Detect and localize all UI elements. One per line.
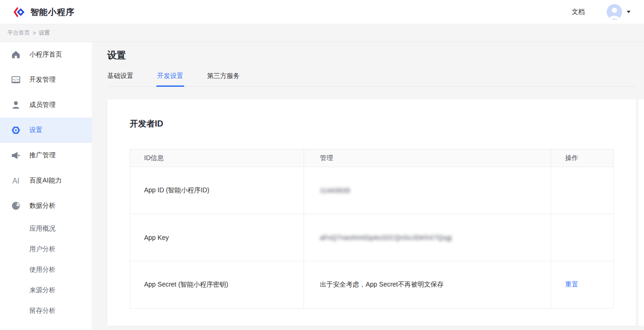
- tab-dev-settings[interactable]: 开发设置: [157, 72, 183, 86]
- card-heading: 开发者ID: [130, 118, 614, 129]
- sidebar-item-label: 小程序首页: [29, 50, 62, 59]
- table-header-row: ID信息 管理 操作: [130, 149, 614, 167]
- sidebar-subitem-retention-analysis[interactable]: 留存分析: [0, 301, 92, 321]
- member-icon: [11, 100, 21, 110]
- megaphone-icon: [11, 151, 21, 160]
- sidebar-item-home[interactable]: 小程序首页: [0, 42, 92, 67]
- home-icon: [11, 50, 21, 59]
- sidebar-item-analytics[interactable]: 数据分析: [0, 193, 92, 218]
- sidebar-subitem-app-overview[interactable]: 应用概况: [0, 218, 92, 239]
- sidebar-item-label: 设置: [29, 126, 42, 134]
- sidebar-item-label: 开发管理: [29, 76, 55, 84]
- developer-id-table: ID信息 管理 操作 App ID (智能小程序ID) 11443635 App…: [130, 149, 614, 309]
- tab-bar: 基础设置 开发设置 第三方服务: [107, 72, 636, 87]
- app-key-value: aFxQ7nwshmtGpAs32CQnSxJGKhX7Qsgj: [320, 234, 452, 241]
- row-action: [551, 167, 614, 214]
- svg-text:</>: </>: [13, 77, 19, 82]
- right-edge-panel: [638, 99, 644, 326]
- app-id-value: 11443635: [320, 187, 350, 194]
- row-label: App ID (智能小程序ID): [130, 167, 304, 214]
- sidebar-item-members[interactable]: 成员管理: [0, 92, 92, 118]
- sidebar-subitem-source-analysis[interactable]: 来源分析: [0, 280, 92, 301]
- row-label: App Secret (智能小程序密钥): [130, 261, 304, 309]
- sidebar-item-ai[interactable]: AI 百度AI能力: [0, 168, 92, 193]
- row-action: [551, 214, 614, 261]
- doc-link[interactable]: 文档: [572, 8, 585, 16]
- sidebar-item-label: 百度AI能力: [29, 176, 62, 185]
- top-bar: 智能小程序 文档: [0, 0, 644, 24]
- tab-third-party[interactable]: 第三方服务: [207, 72, 240, 86]
- table-row-app-secret: App Secret (智能小程序密钥) 出于安全考虑，App Secret不再…: [130, 261, 614, 309]
- breadcrumb-home[interactable]: 平台首页: [7, 29, 30, 37]
- breadcrumb-current: 设置: [39, 29, 50, 37]
- table-row-app-id: App ID (智能小程序ID) 11443635: [130, 167, 614, 214]
- row-label: App Key: [130, 214, 304, 261]
- avatar[interactable]: [607, 4, 622, 20]
- tab-basic-settings[interactable]: 基础设置: [107, 72, 133, 86]
- sidebar-item-dev[interactable]: </> 开发管理: [0, 67, 92, 92]
- sidebar-item-label: 推广管理: [29, 151, 55, 160]
- svg-text:AI: AI: [12, 177, 19, 185]
- column-header-management: 管理: [304, 149, 551, 167]
- page-title: 设置: [107, 49, 636, 62]
- brand-title: 智能小程序: [30, 7, 75, 18]
- sidebar-item-promotion[interactable]: 推广管理: [0, 143, 92, 168]
- breadcrumb: 平台首页 > 设置: [0, 24, 644, 42]
- developer-id-card: 开发者ID ID信息 管理 操作 App ID (智能小程序ID) 114436…: [107, 99, 636, 326]
- brand-logo-icon: [13, 7, 26, 18]
- pie-chart-icon: [11, 201, 21, 211]
- settings-icon: [11, 126, 21, 135]
- breadcrumb-separator: >: [33, 30, 36, 36]
- brand[interactable]: 智能小程序: [13, 7, 75, 18]
- sidebar-item-settings[interactable]: 设置: [0, 118, 92, 143]
- chevron-down-icon[interactable]: [627, 11, 630, 13]
- reset-link[interactable]: 重置: [565, 281, 578, 288]
- column-header-action: 操作: [551, 149, 614, 167]
- code-icon: </>: [11, 75, 21, 84]
- sidebar-subitem-user-analysis[interactable]: 用户分析: [0, 239, 92, 260]
- user-icon: [607, 4, 622, 20]
- main-content: 设置 基础设置 开发设置 第三方服务 开发者ID ID信息 管理 操作 App …: [92, 42, 644, 330]
- sidebar-item-label: 成员管理: [29, 101, 55, 109]
- app-secret-note: 出于安全考虑，App Secret不再被明文保存: [304, 261, 551, 309]
- sidebar: 小程序首页 </> 开发管理 成员管理: [0, 42, 92, 330]
- sidebar-item-label: 数据分析: [29, 202, 55, 210]
- sidebar-subitem-usage-analysis[interactable]: 使用分析: [0, 260, 92, 280]
- table-row-app-key: App Key aFxQ7nwshmtGpAs32CQnSxJGKhX7Qsgj: [130, 214, 614, 261]
- ai-icon: AI: [11, 176, 21, 185]
- column-header-id-info: ID信息: [130, 149, 304, 167]
